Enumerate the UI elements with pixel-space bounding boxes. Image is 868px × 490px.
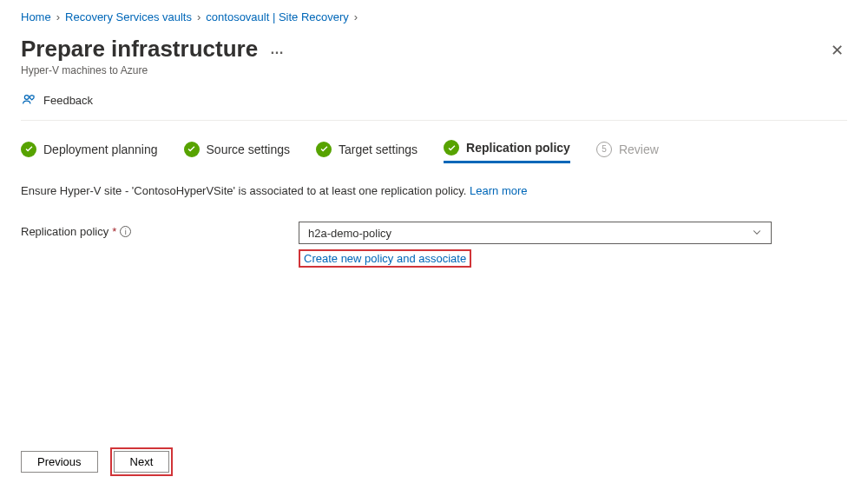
wizard-steps: Deployment planning Source settings Targ… [21, 140, 847, 163]
step-deployment-planning[interactable]: Deployment planning [21, 142, 158, 162]
breadcrumb-vaults[interactable]: Recovery Services vaults [65, 10, 192, 23]
previous-button[interactable]: Previous [21, 451, 98, 473]
chevron-right-icon: › [56, 10, 60, 23]
step-label: Target settings [339, 142, 418, 156]
step-number-icon: 5 [596, 142, 612, 157]
chevron-right-icon: › [197, 10, 201, 23]
check-icon [184, 142, 200, 157]
step-label: Source settings [207, 142, 291, 156]
step-label: Replication policy [466, 141, 570, 155]
learn-more-link[interactable]: Learn more [470, 184, 527, 197]
page-title: Prepare infrastructure … [21, 36, 286, 63]
check-icon [444, 140, 459, 156]
intro-message: Ensure Hyper-V site - 'ContosoHyperVSite… [21, 184, 470, 197]
svg-point-0 [24, 96, 29, 100]
breadcrumb: Home › Recovery Services vaults › contos… [21, 7, 847, 30]
page-title-text: Prepare infrastructure [21, 36, 258, 63]
breadcrumb-home[interactable]: Home [21, 10, 51, 23]
field-label-text: Replication policy [21, 225, 108, 238]
step-label: Review [619, 142, 659, 156]
intro-text: Ensure Hyper-V site - 'ContosoHyperVSite… [21, 184, 847, 197]
feedback-button[interactable]: Feedback [21, 92, 847, 121]
wizard-footer: Previous Next [21, 451, 169, 473]
feedback-icon [21, 92, 36, 108]
step-replication-policy[interactable]: Replication policy [444, 140, 570, 163]
feedback-label: Feedback [43, 94, 93, 107]
chevron-down-icon [752, 227, 762, 240]
replication-policy-select[interactable]: h2a-demo-policy [299, 222, 772, 244]
step-source-settings[interactable]: Source settings [184, 142, 291, 162]
select-value: h2a-demo-policy [308, 227, 391, 240]
page-subtitle: Hyper-V machines to Azure [21, 64, 286, 76]
next-button[interactable]: Next [114, 451, 170, 473]
create-policy-highlight: Create new policy and associate [299, 249, 471, 268]
step-review: 5 Review [596, 142, 659, 162]
required-indicator: * [112, 225, 116, 238]
breadcrumb-vault[interactable]: contosovault | Site Recovery [206, 10, 349, 23]
replication-policy-label: Replication policy * i [21, 222, 299, 238]
more-icon[interactable]: … [270, 42, 286, 57]
step-label: Deployment planning [43, 142, 158, 156]
check-icon [316, 142, 332, 157]
create-new-policy-link[interactable]: Create new policy and associate [304, 252, 466, 265]
step-target-settings[interactable]: Target settings [316, 142, 418, 162]
info-icon[interactable]: i [120, 226, 131, 237]
chevron-right-icon: › [354, 10, 358, 23]
close-icon[interactable]: ✕ [827, 36, 847, 65]
check-icon [21, 142, 36, 157]
